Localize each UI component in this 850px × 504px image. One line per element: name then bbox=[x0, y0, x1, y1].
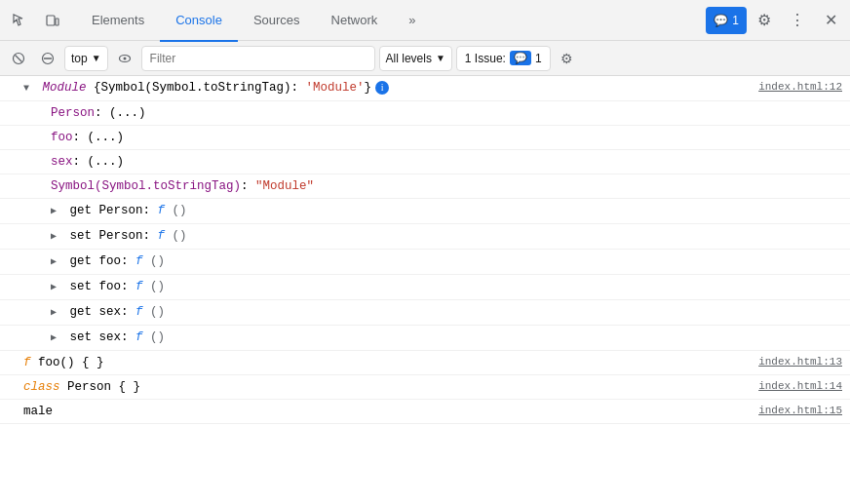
console-row-sex-prop: sex: (...) bbox=[0, 150, 850, 174]
console-row-symbol-prop: Symbol(Symbol.toStringTag): "Module" bbox=[0, 174, 850, 199]
expand-arrow[interactable] bbox=[51, 253, 62, 271]
row-gutter bbox=[0, 352, 19, 354]
svg-line-3 bbox=[16, 55, 22, 61]
row-content: set foo: f () bbox=[19, 276, 850, 298]
levels-label: All levels bbox=[386, 52, 432, 65]
row-content: sex: (...) bbox=[19, 151, 850, 173]
console-output: Module {Symbol(Symbol.toStringTag): 'Mod… bbox=[0, 76, 850, 504]
tab-console[interactable]: Console bbox=[160, 1, 238, 42]
tab-more[interactable]: » bbox=[393, 1, 431, 42]
row-content: foo: (...) bbox=[19, 127, 850, 148]
source-link[interactable]: index.html:15 bbox=[751, 401, 850, 418]
row-gutter bbox=[0, 251, 19, 252]
row-gutter bbox=[0, 102, 19, 104]
console-row-module-obj: Module {Symbol(Symbol.toStringTag): 'Mod… bbox=[0, 76, 850, 101]
svg-point-7 bbox=[123, 57, 126, 59]
console-row-set-foo: set foo: f () bbox=[0, 275, 850, 300]
main-tabs: Elements Console Sources Network » bbox=[76, 0, 706, 40]
row-gutter bbox=[0, 200, 19, 202]
row-gutter bbox=[0, 327, 19, 329]
console-row-foo-decl: f foo() { }index.html:13 bbox=[0, 351, 850, 375]
console-row-person-prop: Person: (...) bbox=[0, 101, 850, 126]
row-gutter bbox=[0, 376, 19, 378]
device-toggle-icon[interactable] bbox=[37, 5, 68, 36]
issue-count: 1 bbox=[535, 52, 542, 65]
badge-count: 1 bbox=[732, 14, 739, 27]
log-levels-selector[interactable]: All levels ▼ bbox=[379, 46, 452, 71]
row-content: f foo() { } bbox=[19, 352, 751, 373]
tab-elements[interactable]: Elements bbox=[76, 1, 160, 42]
clear-console-icon[interactable] bbox=[6, 46, 31, 71]
row-content: Symbol(Symbol.toStringTag): "Module" bbox=[19, 175, 850, 197]
row-gutter bbox=[0, 151, 19, 153]
console-row-get-sex: get sex: f () bbox=[0, 300, 850, 326]
header-right: 💬 1 ⚙ ⋮ ✕ bbox=[706, 5, 846, 36]
issue-counter[interactable]: 1 Issue: 💬 1 bbox=[456, 46, 551, 71]
issue-icon: 💬 bbox=[510, 51, 531, 65]
filter-input[interactable] bbox=[141, 46, 375, 71]
console-row-set-sex: set sex: f () bbox=[0, 326, 850, 351]
row-gutter bbox=[0, 276, 19, 278]
info-icon[interactable]: i bbox=[375, 81, 389, 95]
eye-icon[interactable] bbox=[112, 46, 137, 71]
expand-arrow[interactable] bbox=[51, 203, 62, 220]
row-content: Person: (...) bbox=[19, 102, 850, 124]
row-gutter bbox=[0, 401, 19, 403]
console-row-male-val: maleindex.html:15 bbox=[0, 400, 850, 424]
more-options-icon[interactable]: ⋮ bbox=[782, 5, 813, 36]
settings-console-icon[interactable]: ⚙ bbox=[555, 46, 580, 71]
row-content: male bbox=[19, 401, 751, 422]
row-content: get Person: f () bbox=[19, 200, 850, 222]
expand-arrow[interactable] bbox=[51, 304, 62, 322]
message-icon: 💬 bbox=[714, 14, 728, 27]
context-dropdown-icon: ▼ bbox=[92, 53, 101, 63]
message-badge-button[interactable]: 💬 1 bbox=[706, 7, 747, 34]
svg-rect-1 bbox=[56, 19, 58, 25]
row-gutter bbox=[0, 77, 19, 79]
row-gutter bbox=[0, 301, 19, 303]
console-row-get-foo: get foo: f () bbox=[0, 250, 850, 275]
settings-icon[interactable]: ⚙ bbox=[749, 5, 780, 36]
devtools-icons bbox=[4, 5, 68, 36]
source-link[interactable]: index.html:14 bbox=[751, 376, 850, 394]
row-content: get foo: f () bbox=[19, 251, 850, 273]
row-content: set Person: f () bbox=[19, 225, 850, 248]
row-content: class Person { } bbox=[19, 376, 751, 398]
row-content: get sex: f () bbox=[19, 301, 850, 324]
expand-arrow[interactable] bbox=[51, 330, 62, 347]
console-row-foo-prop: foo: (...) bbox=[0, 126, 850, 150]
source-link[interactable]: index.html:12 bbox=[751, 77, 850, 95]
context-selector[interactable]: top ▼ bbox=[64, 46, 108, 71]
expand-arrow[interactable] bbox=[51, 279, 62, 296]
svg-rect-0 bbox=[47, 16, 55, 25]
close-icon[interactable]: ✕ bbox=[815, 5, 846, 36]
row-gutter bbox=[0, 175, 19, 177]
tab-bar: Elements Console Sources Network » 💬 1 ⚙… bbox=[0, 0, 850, 41]
row-gutter bbox=[0, 225, 19, 227]
row-gutter bbox=[0, 127, 19, 129]
block-icon[interactable] bbox=[35, 46, 60, 71]
levels-dropdown-icon: ▼ bbox=[436, 53, 445, 63]
expand-arrow[interactable] bbox=[51, 228, 62, 246]
context-label: top bbox=[71, 52, 88, 65]
console-toolbar: top ▼ All levels ▼ 1 Issue: 💬 1 ⚙ bbox=[0, 41, 850, 76]
expand-arrow[interactable] bbox=[23, 80, 35, 97]
inspect-icon[interactable] bbox=[4, 5, 35, 36]
console-row-class-decl: class Person { }index.html:14 bbox=[0, 375, 850, 400]
row-content: Module {Symbol(Symbol.toStringTag): 'Mod… bbox=[19, 77, 751, 99]
row-content: set sex: f () bbox=[19, 327, 850, 349]
tab-network[interactable]: Network bbox=[316, 1, 394, 42]
console-row-get-person: get Person: f () bbox=[0, 199, 850, 224]
issue-label: 1 Issue: bbox=[465, 52, 506, 65]
source-link[interactable]: index.html:13 bbox=[751, 352, 850, 369]
console-row-set-person: set Person: f () bbox=[0, 224, 850, 250]
tab-sources[interactable]: Sources bbox=[238, 1, 316, 42]
